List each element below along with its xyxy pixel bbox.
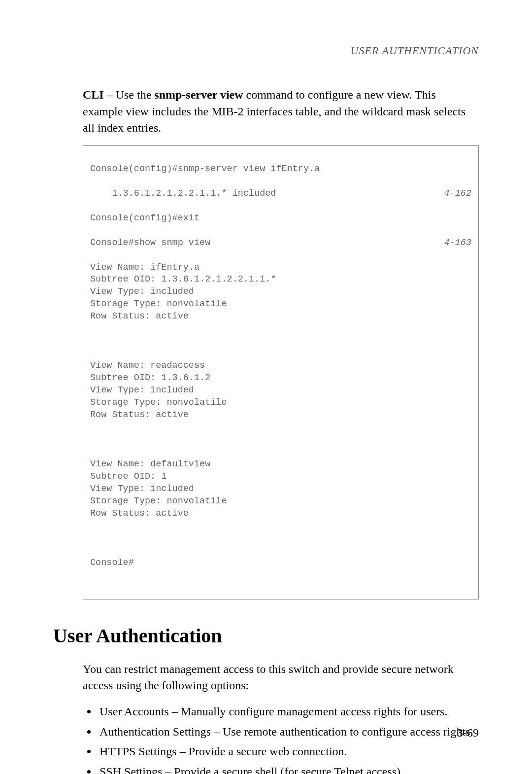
bullet-list: User Accounts – Manually configure manag… [83,703,479,774]
code-line: Console(config)#exit [90,212,471,225]
code-line: Console#show snmp view [90,237,210,249]
running-head: USER AUTHENTICATION [53,44,479,57]
code-line: Console# [90,557,471,569]
code-line: 1.3.6.1.2.1.2.2.1.1.* included [90,188,276,200]
intro-paragraph: CLI – Use the snmp-server view command t… [83,87,479,137]
code-block: View Name: readaccess Subtree OID: 1.3.6… [90,360,471,422]
section-paragraph: You can restrict management access to th… [83,661,479,694]
list-item: User Accounts – Manually configure manag… [98,703,479,720]
list-item: HTTPS Settings – Provide a secure web co… [98,743,479,760]
code-line: Console(config)#snmp-server view ifEntry… [90,163,320,176]
section-heading: User Authentication [53,624,479,647]
page-number: 3-69 [457,726,479,739]
intro-prefix: – Use the [104,88,155,101]
code-ref: 4-163 [444,237,471,249]
cli-output-box: Console(config)#snmp-server view ifEntry… [83,145,479,599]
code-ref: 4-162 [444,188,471,200]
code-block: View Name: defaultview Subtree OID: 1 Vi… [90,458,471,520]
command-name: snmp-server view [154,88,243,101]
list-item: Authentication Settings – Use remote aut… [98,723,479,740]
cli-label: CLI [83,88,104,101]
list-item: SSH Settings – Provide a secure shell (f… [98,763,479,774]
code-block: View Name: ifEntry.a Subtree OID: 1.3.6.… [90,262,471,323]
